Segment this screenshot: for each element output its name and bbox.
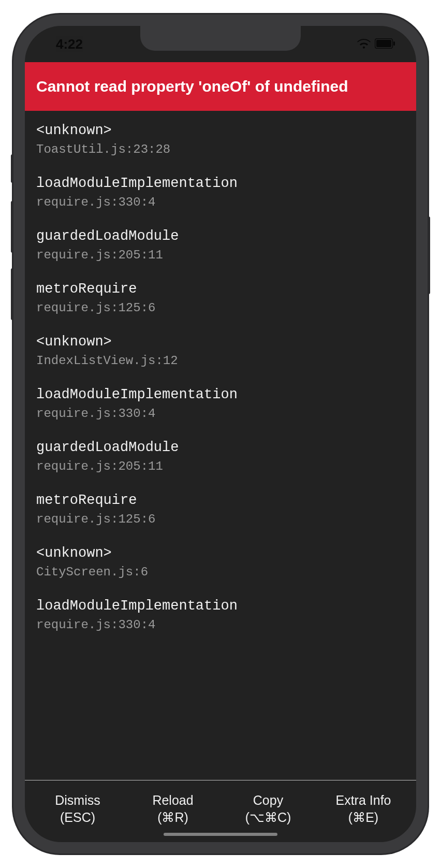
- copy-shortcut: (⌥⌘C): [220, 809, 316, 827]
- wifi-icon: [357, 36, 371, 52]
- silent-switch: [11, 154, 13, 183]
- frame-location: require.js:205:11: [36, 247, 405, 264]
- frame-name: metroRequire: [36, 491, 405, 510]
- frame-name: loadModuleImplementation: [36, 597, 405, 615]
- frame-location: IndexListView.js:12: [36, 352, 405, 370]
- stack-frame[interactable]: <unknown>ToastUtil.js:23:28: [36, 121, 405, 158]
- error-message: Cannot read property 'oneOf' of undefine…: [36, 78, 348, 95]
- frame-name: metroRequire: [36, 280, 405, 298]
- frame-name: loadModuleImplementation: [36, 385, 405, 404]
- copy-label: Copy: [220, 792, 316, 809]
- frame-location: ToastUtil.js:23:28: [36, 141, 405, 158]
- frame-location: require.js:330:4: [36, 616, 405, 634]
- stack-frame[interactable]: <unknown>IndexListView.js:12: [36, 332, 405, 370]
- reload-label: Reload: [125, 792, 220, 809]
- frame-name: <unknown>: [36, 332, 405, 351]
- frame-name: <unknown>: [36, 544, 405, 562]
- extra-info-label: Extra Info: [316, 792, 411, 809]
- stack-frame[interactable]: metroRequirerequire.js:125:6: [36, 280, 405, 317]
- home-indicator: [164, 833, 277, 836]
- screen: 4:22 Cannot read property 'oneOf' of: [25, 26, 416, 842]
- frame-location: require.js:205:11: [36, 458, 405, 475]
- stack-frame[interactable]: metroRequirerequire.js:125:6: [36, 491, 405, 528]
- status-icons: [357, 36, 395, 52]
- extra-info-button[interactable]: Extra Info (⌘E): [316, 792, 411, 827]
- dismiss-shortcut: (ESC): [30, 809, 125, 827]
- frame-name: loadModuleImplementation: [36, 174, 405, 193]
- frame-location: require.js:330:4: [36, 405, 405, 423]
- frame-name: <unknown>: [36, 121, 405, 140]
- stack-frame[interactable]: loadModuleImplementationrequire.js:330:4: [36, 385, 405, 423]
- status-time: 4:22: [56, 36, 83, 52]
- device-notch: [140, 26, 301, 51]
- svg-rect-1: [376, 40, 391, 47]
- device-frame: 4:22 Cannot read property 'oneOf' of: [13, 15, 428, 853]
- dismiss-button[interactable]: Dismiss (ESC): [30, 792, 125, 827]
- volume-up-button: [11, 201, 13, 253]
- frame-location: CityScreen.js:6: [36, 563, 405, 581]
- stack-frame[interactable]: guardedLoadModulerequire.js:205:11: [36, 227, 405, 264]
- frame-location: require.js:330:4: [36, 194, 405, 211]
- frame-name: guardedLoadModule: [36, 227, 405, 245]
- reload-button[interactable]: Reload (⌘R): [125, 792, 220, 827]
- reload-shortcut: (⌘R): [125, 809, 220, 827]
- stack-frame[interactable]: loadModuleImplementationrequire.js:330:4: [36, 597, 405, 634]
- error-header: Cannot read property 'oneOf' of undefine…: [25, 62, 416, 111]
- stack-frame[interactable]: guardedLoadModulerequire.js:205:11: [36, 438, 405, 475]
- battery-icon: [375, 36, 395, 52]
- stack-frame[interactable]: <unknown>CityScreen.js:6: [36, 544, 405, 581]
- power-button: [428, 216, 430, 294]
- volume-down-button: [11, 268, 13, 320]
- frame-name: guardedLoadModule: [36, 438, 405, 457]
- stack-trace[interactable]: <unknown>ToastUtil.js:23:28loadModuleImp…: [25, 111, 416, 780]
- frame-location: require.js:125:6: [36, 511, 405, 528]
- copy-button[interactable]: Copy (⌥⌘C): [220, 792, 316, 827]
- dismiss-label: Dismiss: [30, 792, 125, 809]
- frame-location: require.js:125:6: [36, 299, 405, 317]
- extra-info-shortcut: (⌘E): [316, 809, 411, 827]
- stack-frame[interactable]: loadModuleImplementationrequire.js:330:4: [36, 174, 405, 211]
- svg-rect-2: [393, 41, 395, 46]
